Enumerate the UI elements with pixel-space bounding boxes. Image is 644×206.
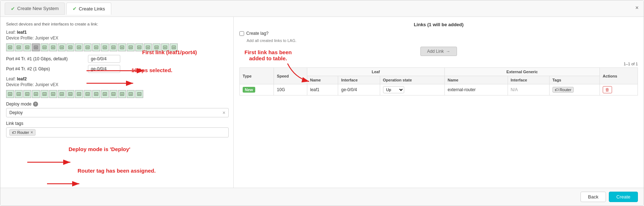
leaf2-port-4[interactable]	[32, 90, 40, 98]
back-button[interactable]: Back	[580, 192, 606, 202]
leaf2-port-2[interactable]	[15, 90, 23, 98]
leaf1-port-2[interactable]	[15, 43, 23, 51]
leaf2-port-8[interactable]	[66, 90, 74, 98]
leaf1-port-18[interactable]	[153, 43, 160, 51]
svg-rect-0	[8, 46, 12, 49]
create-lag-checkbox[interactable]	[239, 31, 244, 36]
svg-rect-45	[137, 46, 141, 49]
tab-create-links[interactable]: ✔ Create Links	[66, 3, 111, 15]
tag-router: 🏷 Router ×	[9, 129, 36, 136]
svg-rect-41	[122, 47, 123, 48]
port-row-2-input[interactable]	[88, 65, 120, 73]
leaf1-port-11[interactable]	[92, 43, 100, 51]
svg-rect-95	[105, 94, 106, 95]
leaf1-port-6[interactable]	[49, 43, 57, 51]
leaf1-port-15[interactable]	[127, 43, 135, 51]
svg-rect-98	[114, 94, 115, 95]
col-actions: Actions	[600, 68, 638, 84]
svg-rect-78	[60, 93, 64, 96]
svg-rect-25	[78, 47, 79, 48]
svg-rect-3	[17, 46, 21, 49]
leaf2-port-6[interactable]	[49, 90, 57, 98]
leaf1-port-10[interactable]	[84, 43, 92, 51]
close-button[interactable]: ×	[635, 5, 639, 11]
leaf1-port-9[interactable]	[75, 43, 83, 51]
port-row-1-input[interactable]	[88, 55, 120, 63]
svg-rect-66	[25, 93, 29, 96]
leaf1-port-3[interactable]	[23, 43, 31, 51]
leaf1-port-5[interactable]	[41, 43, 48, 51]
svg-rect-33	[103, 46, 107, 49]
col-leaf-interface: Interface	[338, 76, 380, 84]
svg-rect-91	[95, 94, 96, 95]
deploy-mode-value: Deploy	[9, 110, 223, 115]
leaf2-port-1[interactable]	[6, 90, 14, 98]
svg-rect-100	[121, 94, 122, 95]
tab-create-new-system[interactable]: ✔ Create New System	[5, 3, 65, 15]
svg-rect-62	[10, 94, 11, 95]
svg-rect-59	[174, 47, 175, 48]
svg-rect-81	[69, 93, 73, 96]
svg-rect-87	[86, 93, 90, 96]
svg-rect-92	[97, 94, 97, 95]
modal-footer: Back Create	[0, 188, 644, 206]
cell-leaf-interface: ge-0/0/4	[338, 84, 380, 95]
port-row-2: Port #4 Tr. #2 (1 Gbps)	[6, 65, 228, 73]
leaf1-port-12[interactable]	[101, 43, 109, 51]
svg-rect-46	[138, 47, 139, 48]
svg-rect-2	[10, 47, 11, 48]
create-lag-sublabel: Add all created links to LAG.	[247, 38, 297, 43]
links-table: Type Speed Leaf External Generic Actions…	[239, 67, 638, 95]
leaf1-port-7[interactable]	[58, 43, 66, 51]
leaf1-port-16[interactable]	[135, 43, 143, 51]
leaf2-port-3[interactable]	[23, 90, 31, 98]
leaf1-port-1[interactable]	[6, 43, 14, 51]
tag-remove-btn[interactable]: ×	[31, 130, 33, 135]
svg-rect-19	[61, 47, 61, 48]
leaf1-port-4[interactable]	[32, 43, 40, 51]
leaf2-port-12[interactable]	[101, 90, 109, 98]
leaf2-port-15[interactable]	[127, 90, 135, 98]
col-leaf-name: Name	[307, 76, 338, 84]
tab-create-new-system-label: Create New System	[17, 6, 59, 11]
add-link-button[interactable]: Add Link →	[420, 47, 457, 56]
deploy-mode-select[interactable]: Deploy ×	[6, 108, 229, 117]
create-button[interactable]: Create	[609, 192, 638, 202]
leaf1-profile-name: Juniper vEX	[35, 36, 59, 41]
col-speed: Speed	[274, 68, 307, 84]
leaf1-port-13[interactable]	[109, 43, 117, 51]
svg-rect-47	[140, 47, 140, 48]
leaf2-port-7[interactable]	[58, 90, 66, 98]
port-row-2-label: Port #4 Tr. #2 (1 Gbps)	[6, 66, 85, 71]
modal-body: Select devices and their interfaces to c…	[0, 17, 644, 188]
col-ext-tags: Tags	[549, 76, 599, 84]
leaf2-port-10[interactable]	[84, 90, 92, 98]
deploy-clear-btn[interactable]: ×	[223, 110, 225, 116]
svg-rect-56	[165, 47, 166, 48]
leaf2-port-5[interactable]	[41, 90, 48, 98]
delete-row-btn[interactable]: 🗑	[603, 86, 612, 93]
svg-rect-94	[104, 94, 104, 95]
leaf1-port-20[interactable]	[170, 43, 178, 51]
svg-rect-73	[43, 94, 44, 95]
leaf2-port-16[interactable]	[135, 90, 143, 98]
help-icon[interactable]: ?	[33, 102, 38, 107]
cell-tag-name: Router	[560, 88, 571, 92]
leaf2-port-13[interactable]	[109, 90, 117, 98]
leaf1-port-17[interactable]	[144, 43, 152, 51]
add-link-btn-label: Add Link	[427, 49, 444, 54]
leaf2-port-11[interactable]	[92, 90, 100, 98]
leaf2-port-9[interactable]	[75, 90, 83, 98]
svg-rect-14	[45, 47, 46, 48]
svg-rect-28	[87, 47, 87, 48]
leaf1-port-19[interactable]	[161, 43, 169, 51]
leaf1-port-14[interactable]	[118, 43, 126, 51]
leaf2-port-14[interactable]	[118, 90, 126, 98]
modal-container: ✔ Create New System ✔ Create Links × Sel…	[0, 0, 644, 206]
cell-actions: 🗑	[600, 84, 638, 95]
svg-rect-40	[121, 47, 122, 48]
svg-rect-85	[78, 94, 79, 95]
svg-rect-11	[36, 47, 37, 48]
leaf1-port-8[interactable]	[66, 43, 74, 51]
op-state-select[interactable]: Up Down	[383, 86, 404, 93]
